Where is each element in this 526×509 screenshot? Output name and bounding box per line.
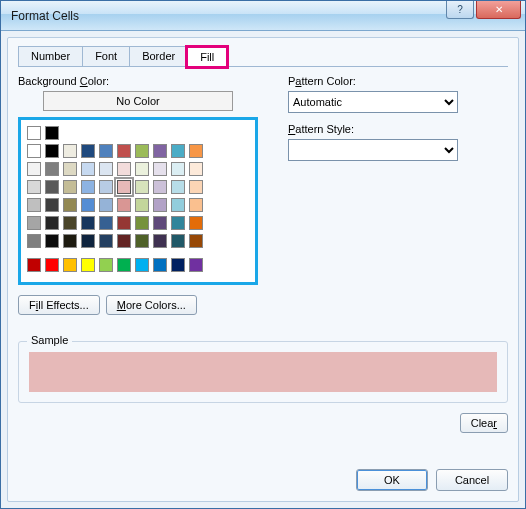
color-swatch[interactable] (153, 216, 167, 230)
color-swatch[interactable] (99, 216, 113, 230)
color-swatch[interactable] (135, 258, 149, 272)
color-swatch[interactable] (153, 144, 167, 158)
color-swatch[interactable] (63, 258, 77, 272)
color-swatch[interactable] (45, 126, 59, 140)
color-swatch[interactable] (135, 144, 149, 158)
bgcolor-label: Background Color: (18, 75, 258, 87)
color-palette (18, 117, 258, 285)
ok-button[interactable]: OK (356, 469, 428, 491)
color-swatch[interactable] (63, 234, 77, 248)
tab-font[interactable]: Font (82, 46, 130, 66)
color-swatch[interactable] (171, 180, 185, 194)
pattern-color-combo[interactable]: Automatic (288, 91, 458, 113)
color-swatch[interactable] (153, 198, 167, 212)
pattern-color-label: Pattern Color: (288, 75, 508, 87)
color-swatch[interactable] (189, 258, 203, 272)
color-swatch[interactable] (171, 216, 185, 230)
color-swatch[interactable] (63, 180, 77, 194)
tab-fill[interactable]: Fill (187, 47, 227, 67)
fill-effects-button[interactable]: Fill Effects... (18, 295, 100, 315)
tab-border[interactable]: Border (129, 46, 188, 66)
color-swatch[interactable] (27, 258, 41, 272)
color-swatch[interactable] (27, 198, 41, 212)
color-swatch[interactable] (171, 144, 185, 158)
color-swatch[interactable] (153, 180, 167, 194)
color-swatch[interactable] (117, 258, 131, 272)
color-swatch[interactable] (81, 258, 95, 272)
tab-bar: NumberFontBorderFill (18, 46, 508, 67)
color-swatch[interactable] (189, 234, 203, 248)
color-swatch[interactable] (45, 144, 59, 158)
color-swatch[interactable] (171, 162, 185, 176)
color-swatch[interactable] (117, 198, 131, 212)
clear-row: Clear (18, 413, 508, 433)
titlebar: Format Cells ? ✕ (1, 1, 525, 31)
more-colors-button[interactable]: More Colors... (106, 295, 197, 315)
color-swatch[interactable] (27, 162, 41, 176)
color-swatch[interactable] (117, 180, 131, 194)
color-swatch[interactable] (153, 258, 167, 272)
window-buttons: ? ✕ (444, 1, 521, 19)
color-swatch[interactable] (81, 216, 95, 230)
color-swatch[interactable] (99, 144, 113, 158)
color-swatch[interactable] (135, 234, 149, 248)
color-swatch[interactable] (135, 180, 149, 194)
color-swatch[interactable] (189, 216, 203, 230)
color-swatch[interactable] (81, 198, 95, 212)
color-swatch[interactable] (135, 216, 149, 230)
color-swatch[interactable] (45, 180, 59, 194)
color-swatch[interactable] (99, 234, 113, 248)
color-swatch[interactable] (189, 198, 203, 212)
sample-label: Sample (27, 334, 72, 346)
color-swatch[interactable] (45, 234, 59, 248)
color-swatch[interactable] (27, 144, 41, 158)
pattern-style-block: Pattern Style: (288, 123, 508, 161)
sample-group: Sample (18, 341, 508, 403)
color-swatch[interactable] (27, 180, 41, 194)
color-swatch[interactable] (189, 144, 203, 158)
tab-number[interactable]: Number (18, 46, 83, 66)
color-swatch[interactable] (117, 144, 131, 158)
color-swatch[interactable] (117, 216, 131, 230)
color-swatch[interactable] (81, 144, 95, 158)
color-swatch[interactable] (117, 234, 131, 248)
color-swatch[interactable] (27, 234, 41, 248)
color-swatch[interactable] (45, 216, 59, 230)
color-swatch[interactable] (99, 162, 113, 176)
color-swatch[interactable] (117, 162, 131, 176)
color-swatch[interactable] (81, 180, 95, 194)
color-swatch[interactable] (189, 162, 203, 176)
right-column: Pattern Color: Automatic Pattern Style: (288, 75, 508, 315)
color-swatch[interactable] (171, 234, 185, 248)
palette-buttons: Fill Effects... More Colors... (18, 295, 258, 315)
color-swatch[interactable] (63, 144, 77, 158)
clear-button[interactable]: Clear (460, 413, 508, 433)
color-swatch[interactable] (99, 180, 113, 194)
color-swatch[interactable] (135, 198, 149, 212)
color-swatch[interactable] (153, 162, 167, 176)
color-swatch[interactable] (189, 180, 203, 194)
cancel-button[interactable]: Cancel (436, 469, 508, 491)
close-button[interactable]: ✕ (476, 1, 521, 19)
color-swatch[interactable] (171, 198, 185, 212)
no-color-button[interactable]: No Color (43, 91, 233, 111)
color-swatch[interactable] (135, 162, 149, 176)
color-swatch[interactable] (171, 258, 185, 272)
color-swatch[interactable] (81, 234, 95, 248)
color-swatch[interactable] (99, 198, 113, 212)
color-swatch[interactable] (99, 258, 113, 272)
color-swatch[interactable] (45, 162, 59, 176)
help-button[interactable]: ? (446, 1, 474, 19)
color-swatch[interactable] (63, 162, 77, 176)
pattern-style-combo[interactable] (288, 139, 458, 161)
color-swatch[interactable] (153, 234, 167, 248)
color-swatch[interactable] (45, 258, 59, 272)
color-swatch[interactable] (63, 216, 77, 230)
color-swatch[interactable] (63, 198, 77, 212)
palette-auto-row (27, 126, 249, 140)
color-swatch[interactable] (27, 216, 41, 230)
dialog-footer: OK Cancel (18, 459, 508, 491)
color-swatch[interactable] (27, 126, 41, 140)
color-swatch[interactable] (45, 198, 59, 212)
color-swatch[interactable] (81, 162, 95, 176)
